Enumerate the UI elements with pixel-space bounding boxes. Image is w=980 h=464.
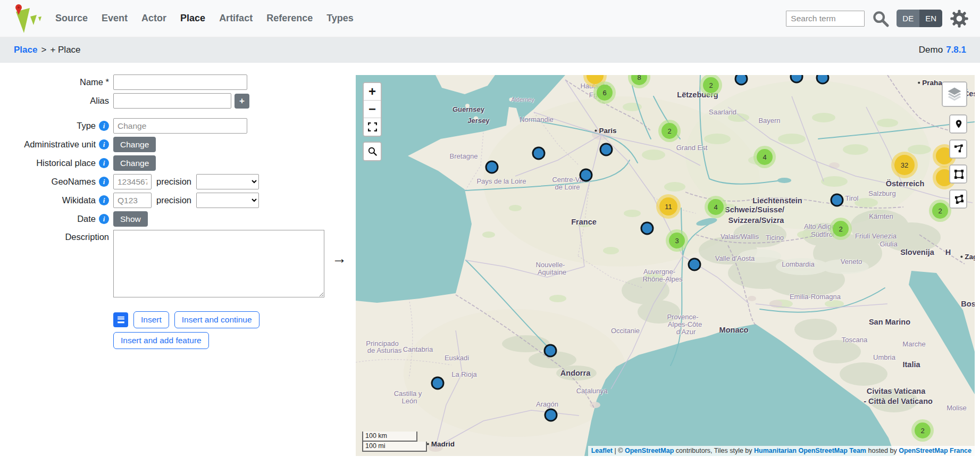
polygon-icon bbox=[954, 194, 964, 204]
name-input[interactable] bbox=[113, 74, 247, 90]
nav-item-reference[interactable]: Reference bbox=[266, 13, 313, 24]
leaflet-link[interactable]: Leaflet bbox=[591, 447, 613, 454]
map-point-marker[interactable] bbox=[532, 147, 546, 160]
map-search-button[interactable] bbox=[364, 143, 381, 160]
draw-marker-control bbox=[949, 114, 967, 134]
attribution-middle: contributors, Tiles style by bbox=[674, 447, 754, 454]
map-cluster-marker[interactable]: 2 bbox=[700, 75, 722, 96]
attribution-hosted: hosted by bbox=[866, 447, 899, 454]
admin-unit-info-icon[interactable]: i bbox=[99, 139, 109, 150]
alias-input[interactable] bbox=[113, 93, 231, 109]
osm-link[interactable]: OpenStreetMap bbox=[625, 447, 674, 454]
admin-unit-label: Administrative unit i bbox=[0, 139, 109, 150]
map-point-marker[interactable] bbox=[544, 344, 557, 358]
map-point-marker[interactable] bbox=[485, 161, 499, 174]
attribution-divider: | © bbox=[613, 447, 625, 454]
site-info: Demo7.8.1 bbox=[919, 45, 966, 55]
map-point-marker[interactable] bbox=[688, 258, 701, 271]
top-navbar: Source Event Actor Place Artifact Refere… bbox=[0, 0, 980, 37]
language-en-button[interactable]: EN bbox=[919, 10, 942, 27]
map-point-marker[interactable] bbox=[641, 222, 654, 235]
wikidata-input[interactable] bbox=[113, 193, 152, 208]
geonames-precision-label: precision bbox=[156, 177, 191, 187]
settings-button[interactable] bbox=[949, 9, 969, 29]
map-point-marker[interactable] bbox=[431, 377, 445, 390]
insert-and-add-feature-button[interactable]: Insert and add feature bbox=[113, 332, 209, 349]
nav-item-event[interactable]: Event bbox=[102, 13, 128, 24]
page-title: + Place bbox=[50, 45, 80, 55]
openatlas-logo-icon[interactable] bbox=[12, 3, 41, 34]
place-form: Name * Alias + Type i Administrative uni… bbox=[0, 63, 351, 349]
wikidata-info-icon[interactable]: i bbox=[99, 195, 109, 205]
wikidata-precision-select[interactable] bbox=[196, 193, 259, 208]
map-cluster-marker[interactable]: 2 bbox=[929, 200, 951, 222]
nav-item-actor[interactable]: Actor bbox=[141, 13, 166, 24]
search-input[interactable] bbox=[786, 11, 865, 27]
map-point-marker[interactable] bbox=[816, 75, 830, 85]
description-label: Description bbox=[0, 230, 109, 242]
map-search-control bbox=[363, 142, 382, 161]
nav-item-types[interactable]: Types bbox=[326, 13, 354, 24]
layers-icon bbox=[947, 86, 962, 102]
date-show-button[interactable]: Show bbox=[113, 211, 148, 227]
map-cluster-marker[interactable]: 2 bbox=[911, 419, 934, 442]
zoom-in-button[interactable]: + bbox=[364, 83, 381, 101]
leaflet-map[interactable]: Hauts-de-FranceGuernseyJerseyAlderneyNor… bbox=[356, 75, 975, 456]
type-input[interactable] bbox=[113, 118, 247, 134]
map-cluster-marker[interactable]: 2 bbox=[658, 120, 681, 142]
admin-unit-change-button[interactable]: Change bbox=[113, 137, 156, 152]
map-cluster-marker[interactable]: 8 bbox=[628, 75, 650, 88]
draw-polygon-button[interactable] bbox=[950, 190, 967, 208]
map-point-marker[interactable] bbox=[735, 75, 748, 86]
draw-polyline-button[interactable] bbox=[950, 140, 967, 158]
breadcrumb-place-link[interactable]: Place bbox=[14, 45, 37, 55]
insert-button[interactable]: Insert bbox=[133, 311, 169, 328]
map-search-icon bbox=[367, 146, 378, 156]
fullscreen-button[interactable] bbox=[364, 118, 381, 136]
nav-item-place[interactable]: Place bbox=[180, 13, 205, 24]
insert-and-continue-button[interactable]: Insert and continue bbox=[174, 311, 259, 328]
draw-rectangle-button[interactable] bbox=[950, 165, 967, 183]
geonames-input[interactable] bbox=[113, 174, 152, 189]
hot-link[interactable]: Humanitarian OpenStreetMap Team bbox=[754, 447, 866, 454]
map-point-marker[interactable] bbox=[790, 75, 803, 84]
manual-button[interactable] bbox=[113, 312, 128, 327]
historical-place-info-icon[interactable]: i bbox=[99, 158, 109, 168]
collapse-form-arrow[interactable]: → bbox=[332, 251, 347, 266]
osmfr-link[interactable]: OpenStreetMap France bbox=[899, 447, 971, 454]
breadcrumb-separator: > bbox=[41, 45, 46, 55]
layers-button[interactable] bbox=[943, 82, 966, 106]
map-cluster-marker[interactable]: 32 bbox=[891, 152, 918, 178]
type-info-icon[interactable]: i bbox=[99, 121, 109, 131]
map-cluster-marker[interactable]: 2 bbox=[830, 218, 852, 240]
map-cluster-marker[interactable]: 3 bbox=[666, 229, 688, 252]
language-switch: DE EN bbox=[897, 10, 942, 27]
nav-item-artifact[interactable]: Artifact bbox=[219, 13, 253, 24]
geonames-precision-select[interactable] bbox=[196, 174, 259, 189]
nav-item-source[interactable]: Source bbox=[55, 13, 88, 24]
map-point-marker[interactable] bbox=[831, 194, 844, 207]
zoom-out-button[interactable]: − bbox=[364, 101, 381, 118]
rectangle-icon bbox=[954, 169, 964, 179]
search-button[interactable] bbox=[872, 10, 890, 28]
map-point-marker[interactable] bbox=[545, 409, 558, 422]
map-cluster-marker[interactable]: 6 bbox=[593, 81, 616, 104]
name-label: Name * bbox=[0, 77, 109, 87]
version-link[interactable]: 7.8.1 bbox=[946, 45, 966, 55]
historical-place-label-text: Historical place bbox=[36, 158, 96, 168]
language-de-button[interactable]: DE bbox=[897, 10, 919, 27]
marker-pin-icon bbox=[954, 119, 964, 129]
map-point-marker[interactable] bbox=[600, 143, 613, 156]
map-attribution: Leaflet | © OpenStreetMap contributors, … bbox=[588, 446, 975, 456]
map-cluster-marker[interactable]: 4 bbox=[753, 146, 776, 168]
description-textarea[interactable] bbox=[113, 230, 324, 297]
add-alias-button[interactable]: + bbox=[234, 94, 249, 109]
map-cluster-marker[interactable]: 11 bbox=[656, 194, 681, 219]
geonames-info-icon[interactable]: i bbox=[99, 177, 109, 187]
map-cluster-marker[interactable]: 4 bbox=[705, 196, 727, 218]
date-info-icon[interactable]: i bbox=[99, 214, 109, 224]
draw-marker-button[interactable] bbox=[950, 115, 967, 132]
map-point-marker[interactable] bbox=[580, 169, 593, 182]
map-marker-layer: 86224321142322 bbox=[356, 75, 975, 456]
historical-place-change-button[interactable]: Change bbox=[113, 155, 156, 171]
